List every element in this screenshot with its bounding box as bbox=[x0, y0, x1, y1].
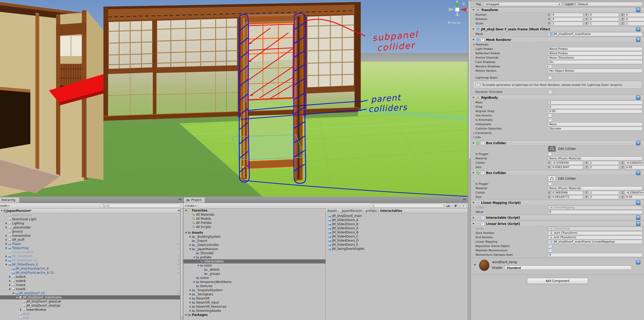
property-checkbox[interactable] bbox=[548, 152, 552, 156]
foldout-open-icon[interactable] bbox=[472, 142, 475, 144]
vector-field[interactable]: 0.06328771 bbox=[551, 195, 583, 199]
hierarchy-item[interactable]: VR_stuff bbox=[0, 238, 183, 242]
help-icon[interactable]: ? bbox=[636, 200, 640, 205]
foldout-closed-icon[interactable] bbox=[189, 310, 192, 312]
prefab-select-arrow[interactable]: › bbox=[178, 263, 179, 266]
prefab-select-arrow[interactable]: › bbox=[178, 291, 179, 295]
project-tree-item[interactable]: interactables bbox=[183, 259, 325, 263]
foldout-open-icon[interactable] bbox=[472, 172, 475, 173]
property-label[interactable]: Constraints bbox=[475, 131, 492, 135]
lock-icon[interactable] bbox=[459, 199, 461, 201]
project-tree-item[interactable]: _GepiController bbox=[183, 243, 325, 247]
vector-field[interactable]: 0.05 bbox=[625, 165, 644, 169]
foldout-closed-icon[interactable] bbox=[8, 276, 11, 278]
foldout-closed-icon[interactable] bbox=[5, 247, 8, 249]
prefab-select-arrow[interactable]: › bbox=[178, 267, 179, 270]
project-tree-item[interactable]: _Export bbox=[183, 239, 325, 243]
property-dropdown[interactable]: Per Object Motion bbox=[548, 69, 642, 73]
foldout-closed-icon[interactable] bbox=[19, 309, 22, 311]
foldout-closed-icon[interactable] bbox=[472, 44, 475, 46]
lock-icon[interactable] bbox=[174, 199, 177, 201]
property-dropdown[interactable]: Blend Probes bbox=[548, 51, 642, 56]
foldout-open-icon[interactable] bbox=[15, 297, 19, 298]
project-search-input[interactable] bbox=[369, 204, 444, 208]
help-icon[interactable]: ? bbox=[636, 215, 640, 220]
panel-menu-icon[interactable]: ▾≡ bbox=[178, 198, 182, 201]
layer-dropdown[interactable]: Default bbox=[576, 2, 642, 6]
foldout-open-icon[interactable] bbox=[184, 210, 188, 211]
foldout-closed-icon[interactable] bbox=[193, 281, 196, 283]
help-icon[interactable]: ? bbox=[636, 171, 640, 175]
project-tree-item[interactable]: _SnapshotSystem bbox=[183, 288, 325, 292]
component-header[interactable]: Transform? bbox=[471, 7, 644, 13]
vector-field[interactable]: 1 bbox=[625, 22, 644, 26]
edit-collider-button[interactable] bbox=[548, 176, 556, 181]
hierarchy-item[interactable]: JM_shojiDoorF_glassLwr bbox=[0, 299, 183, 304]
foldout-open-icon[interactable] bbox=[472, 39, 475, 40]
foldout-open-icon[interactable] bbox=[197, 265, 200, 266]
prefab-select-arrow[interactable]: › bbox=[178, 246, 179, 250]
project-tree-item[interactable]: All Prefabs bbox=[183, 221, 325, 225]
help-icon[interactable]: ? bbox=[636, 8, 640, 12]
foldout-open-icon[interactable] bbox=[472, 29, 475, 30]
property-checkbox[interactable] bbox=[548, 65, 552, 68]
component-header[interactable]: Box Collider? bbox=[471, 141, 644, 146]
hierarchy-item[interactable]: outerA bbox=[0, 275, 183, 279]
project-tree-item[interactable]: _Xenogears bbox=[183, 292, 325, 296]
component-enabled-checkbox[interactable] bbox=[481, 216, 484, 220]
hierarchy-item[interactable]: innerB bbox=[0, 287, 183, 291]
hierarchy-item[interactable]: Player› bbox=[0, 242, 183, 246]
foldout-closed-icon[interactable] bbox=[8, 280, 11, 282]
hierarchy-item[interactable]: measuringBox bbox=[0, 250, 183, 254]
hierarchy-item[interactable]: innerA bbox=[0, 283, 183, 287]
panel-menu-icon[interactable]: ▾≡ bbox=[463, 198, 466, 201]
property-checkbox[interactable] bbox=[548, 182, 552, 186]
hierarchy-scrollbar[interactable] bbox=[180, 208, 183, 320]
hierarchy-item[interactable]: JM_shojiDoorF_shojiUpr bbox=[0, 304, 183, 308]
foldout-closed-icon[interactable] bbox=[189, 293, 192, 295]
help-icon[interactable]: ? bbox=[636, 27, 640, 31]
hierarchy-item[interactable]: JM_shojiDoorF (3)› bbox=[0, 291, 183, 295]
breadcrumb[interactable]: Assets▸_JapanMansion▸prefabs▸interactabl… bbox=[326, 208, 468, 213]
foldout-closed-icon[interactable] bbox=[474, 264, 476, 266]
project-tree-item[interactable]: _JapanMansion bbox=[183, 247, 325, 251]
property-field[interactable]: 0 bbox=[548, 105, 642, 109]
asset-item[interactable]: JM_Slide2Doors_B bbox=[326, 222, 468, 226]
search-by-type-button[interactable]: ▲● bbox=[445, 204, 451, 208]
prefab-select-arrow[interactable]: › bbox=[178, 271, 179, 275]
property-field[interactable]: 0.05 bbox=[548, 109, 642, 113]
foldout-closed-icon[interactable] bbox=[472, 132, 475, 134]
project-tree-item[interactable]: scene bbox=[183, 276, 325, 280]
vector-field[interactable]: 1 bbox=[551, 22, 583, 26]
foldout-open-icon[interactable] bbox=[472, 202, 475, 203]
breadcrumb-segment[interactable]: _JapanMansion bbox=[340, 209, 362, 213]
property-field[interactable]: start (Transform) bbox=[548, 231, 642, 235]
project-tree-item[interactable]: _BuildingSystem bbox=[183, 235, 325, 239]
property-checkbox[interactable] bbox=[548, 76, 552, 80]
project-tree-item[interactable]: Assets bbox=[183, 231, 325, 235]
hierarchy-item[interactable]: start bbox=[0, 312, 183, 316]
asset-item[interactable]: JM_Slide2Doors_A bbox=[326, 218, 468, 222]
vector-field[interactable]: 0.05 bbox=[625, 195, 644, 199]
foldout-closed-icon[interactable] bbox=[189, 289, 192, 291]
vector-field[interactable]: 0 bbox=[551, 17, 583, 21]
hierarchy-item[interactable]: ground bbox=[0, 230, 183, 234]
vector-field[interactable]: -4.226047e-08 bbox=[625, 191, 644, 195]
foldout-open-icon[interactable] bbox=[12, 293, 15, 294]
project-tree-item[interactable]: _groups bbox=[183, 272, 325, 276]
foldout-open-icon[interactable] bbox=[1, 210, 3, 211]
project-tree-item[interactable]: prefabs bbox=[183, 255, 325, 259]
component-header[interactable]: Mesh Renderer? bbox=[471, 37, 644, 42]
hierarchy-search-input[interactable]: All bbox=[100, 204, 181, 208]
property-label[interactable]: Info bbox=[475, 136, 481, 139]
foldout-closed-icon[interactable] bbox=[5, 235, 8, 237]
component-header[interactable]: #Interactable (Script)? bbox=[471, 215, 644, 220]
hierarchy-item[interactable]: JM_shojiDoorF› bbox=[0, 254, 183, 258]
component-enabled-checkbox[interactable] bbox=[481, 171, 484, 175]
vector-field[interactable]: -0.3709349 bbox=[551, 161, 583, 165]
project-tree-item[interactable]: ★Favorites bbox=[183, 208, 325, 213]
property-field[interactable]: 1 bbox=[548, 100, 642, 105]
project-tree-item[interactable]: room bbox=[183, 263, 325, 268]
property-dropdown[interactable]: None bbox=[548, 122, 642, 126]
foldout-open-icon[interactable] bbox=[5, 264, 8, 265]
